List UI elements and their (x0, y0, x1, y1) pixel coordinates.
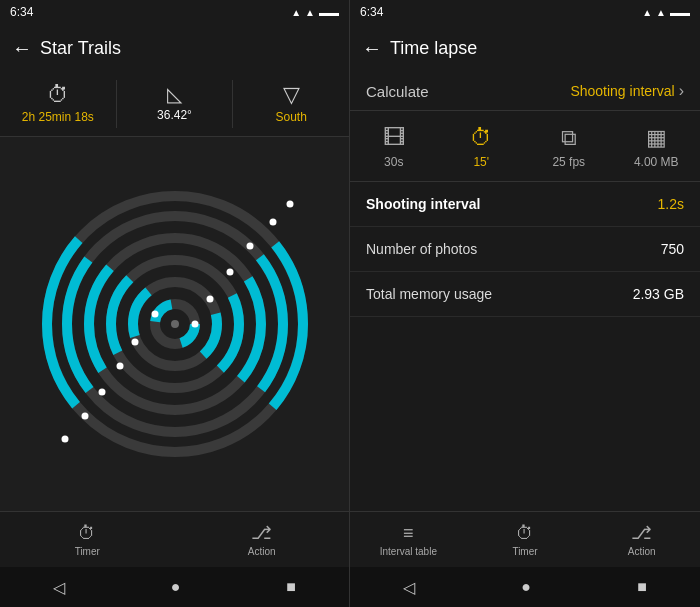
nav-timer[interactable]: ⏱ Timer (0, 517, 175, 563)
trails-canvas (0, 137, 349, 511)
icon-tab-clock[interactable]: ⏱ 15' (438, 121, 526, 173)
left-top-bar: ← Star Trails (0, 24, 349, 72)
right-title: Time lapse (390, 38, 477, 59)
right-signal-icon: ▲ (642, 7, 652, 18)
right-back-button[interactable]: ← (362, 37, 382, 60)
left-time: 6:34 (10, 5, 33, 19)
right-back-sys-btn[interactable]: ◁ (403, 578, 415, 597)
memory-usage-value: 2.93 GB (633, 286, 684, 302)
left-title: Star Trails (40, 38, 121, 59)
angle-icon: ◺ (167, 84, 182, 104)
video-label: 25 fps (552, 155, 585, 169)
chevron-right-icon: › (679, 82, 684, 100)
right-wifi-icon: ▲ (656, 7, 666, 18)
info-cell-angle[interactable]: ◺ 36.42° (117, 80, 234, 128)
icon-tabs: 🎞 30s ⏱ 15' ⧉ 25 fps ▦ 4.00 MB (350, 111, 700, 182)
svg-point-22 (269, 219, 276, 226)
right-top-bar: ← Time lapse (350, 24, 700, 72)
svg-point-19 (116, 363, 123, 370)
nav-right-timer-icon: ⏱ (516, 523, 534, 544)
calc-row[interactable]: Calculate Shooting interval › (350, 72, 700, 111)
shooting-interval-key: Shooting interval (366, 196, 480, 212)
signal-icon: ▲ (291, 7, 301, 18)
nav-timer-icon: ⏱ (78, 523, 96, 544)
right-battery-icon: ▬▬ (670, 7, 690, 18)
memory-icon: ▦ (646, 125, 667, 151)
timer-icon: ⏱ (47, 84, 69, 106)
spacer (350, 317, 700, 511)
left-status-bar: 6:34 ▲ ▲ ▬▬ (0, 0, 349, 24)
icon-tab-video[interactable]: ⧉ 25 fps (525, 121, 613, 173)
left-back-button[interactable]: ← (12, 37, 32, 60)
shooting-interval-value: 1.2s (658, 196, 684, 212)
svg-point-14 (191, 321, 198, 328)
svg-point-15 (151, 311, 158, 318)
right-sys-nav: ◁ ● ■ (350, 567, 700, 607)
icon-tab-film[interactable]: 🎞 30s (350, 121, 438, 173)
svg-point-21 (98, 389, 105, 396)
back-sys-btn[interactable]: ◁ (53, 578, 65, 597)
svg-point-24 (286, 201, 293, 208)
film-label: 30s (384, 155, 403, 169)
nav-right-action[interactable]: ⎇ Action (583, 516, 700, 563)
data-row-memory-usage: Total memory usage 2.93 GB (350, 272, 700, 317)
svg-point-18 (226, 269, 233, 276)
num-photos-value: 750 (661, 241, 684, 257)
right-recents-sys-btn[interactable]: ■ (637, 578, 647, 596)
nav-action-icon: ⎇ (251, 522, 272, 544)
num-photos-key: Number of photos (366, 241, 477, 257)
timer-value: 2h 25min 18s (22, 110, 94, 124)
info-cell-timer[interactable]: ⏱ 2h 25min 18s (0, 80, 117, 128)
clock-icon: ⏱ (470, 125, 492, 151)
svg-point-23 (81, 413, 88, 420)
left-status-icons: ▲ ▲ ▬▬ (291, 7, 339, 18)
icon-tab-memory[interactable]: ▦ 4.00 MB (613, 121, 701, 173)
recents-sys-btn[interactable]: ■ (286, 578, 296, 596)
nav-interval-label: Interval table (380, 546, 437, 557)
calc-label: Calculate (366, 83, 429, 100)
memory-usage-key: Total memory usage (366, 286, 492, 302)
nav-action-label: Action (248, 546, 276, 557)
right-status-icons: ▲ ▲ ▬▬ (642, 7, 690, 18)
left-bottom-nav: ⏱ Timer ⎇ Action (0, 511, 349, 567)
svg-point-17 (131, 339, 138, 346)
nav-interval-table[interactable]: ≡ Interval table (350, 517, 467, 563)
svg-point-25 (61, 436, 68, 443)
battery-icon: ▬▬ (319, 7, 339, 18)
film-icon: 🎞 (383, 125, 405, 151)
home-sys-btn[interactable]: ● (171, 578, 181, 596)
svg-point-16 (206, 296, 213, 303)
nav-action[interactable]: ⎇ Action (175, 516, 350, 563)
calc-value-row: Shooting interval › (570, 82, 684, 100)
right-panel: 6:34 ▲ ▲ ▬▬ ← Time lapse Calculate Shoot… (350, 0, 700, 607)
data-table: Shooting interval 1.2s Number of photos … (350, 182, 700, 317)
nav-right-action-label: Action (628, 546, 656, 557)
memory-label: 4.00 MB (634, 155, 679, 169)
calc-value: Shooting interval (570, 83, 674, 99)
clock-label: 15' (473, 155, 489, 169)
direction-value: South (276, 110, 307, 124)
star-trails-svg (35, 184, 315, 464)
angle-value: 36.42° (157, 108, 192, 122)
direction-icon: ▽ (283, 84, 300, 106)
right-home-sys-btn[interactable]: ● (521, 578, 531, 596)
svg-point-20 (246, 243, 253, 250)
right-status-bar: 6:34 ▲ ▲ ▬▬ (350, 0, 700, 24)
nav-timer-label: Timer (75, 546, 100, 557)
nav-right-action-icon: ⎇ (631, 522, 652, 544)
data-row-shooting-interval: Shooting interval 1.2s (350, 182, 700, 227)
wifi-icon: ▲ (305, 7, 315, 18)
video-icon: ⧉ (561, 125, 577, 151)
info-row: ⏱ 2h 25min 18s ◺ 36.42° ▽ South (0, 72, 349, 137)
right-bottom-nav: ≡ Interval table ⏱ Timer ⎇ Action (350, 511, 700, 567)
left-sys-nav: ◁ ● ■ (0, 567, 349, 607)
nav-interval-icon: ≡ (403, 523, 414, 544)
nav-right-timer[interactable]: ⏱ Timer (467, 517, 584, 563)
right-time: 6:34 (360, 5, 383, 19)
left-panel: 6:34 ▲ ▲ ▬▬ ← Star Trails ⏱ 2h 25min 18s… (0, 0, 350, 607)
svg-point-7 (171, 320, 179, 328)
info-cell-direction[interactable]: ▽ South (233, 80, 349, 128)
nav-right-timer-label: Timer (512, 546, 537, 557)
data-row-num-photos: Number of photos 750 (350, 227, 700, 272)
